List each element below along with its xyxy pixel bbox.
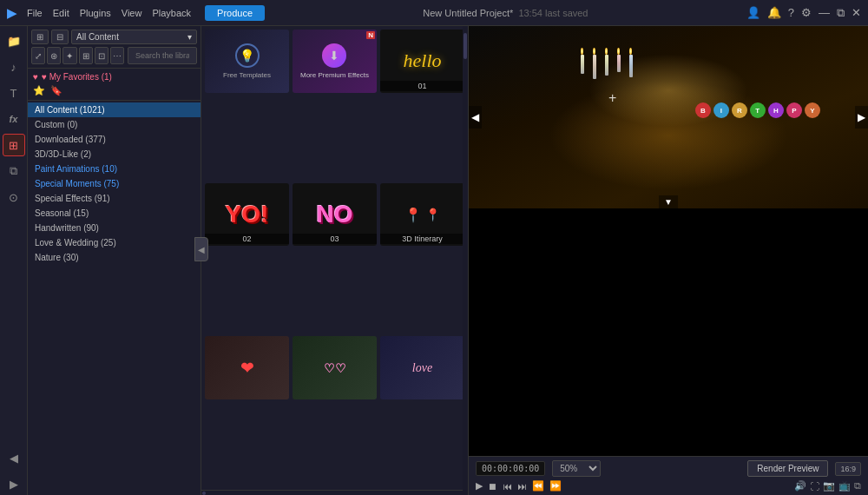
library-toolbar: ⊞ ⊟ All Content ▾ ⤢ ⊛ ✦ ⊞ ⊡ ⋯ bbox=[28, 26, 201, 69]
stop-button[interactable]: ⏹ bbox=[488, 481, 497, 492]
crosshair-icon: + bbox=[608, 90, 616, 106]
category-3d[interactable]: 3D/3D-Like (2) bbox=[28, 147, 201, 162]
category-special-moments[interactable]: Special Moments (75) bbox=[28, 176, 201, 191]
candle-5 bbox=[629, 48, 633, 79]
sidebar-icon-text[interactable]: T bbox=[3, 82, 25, 104]
sidebar-icon-collapse[interactable]: ◀ bbox=[3, 446, 25, 469]
grid-item-free-templates[interactable]: 💡 Free Templates bbox=[205, 30, 289, 93]
lib-icon-2[interactable]: ⊛ bbox=[47, 47, 61, 64]
fav-icon-bookmark[interactable]: 🔖 bbox=[50, 85, 62, 96]
prev-frame-button[interactable]: ⏮ bbox=[503, 481, 512, 492]
lib-icon-3[interactable]: ✦ bbox=[62, 47, 76, 64]
playback-row: ▶ ⏹ ⏮ ⏭ ⏪ ⏩ 🔊 ⛶ 📷 📺 ⧉ bbox=[476, 480, 861, 492]
flame-4 bbox=[617, 48, 620, 55]
lightbulb-icon: 💡 bbox=[235, 43, 260, 68]
flame-3 bbox=[605, 48, 608, 55]
close-icon[interactable]: ✕ bbox=[852, 6, 861, 19]
grid-item-01[interactable]: hello 01 bbox=[380, 30, 464, 93]
menu-file[interactable]: File bbox=[27, 8, 43, 18]
sidebar-icon-stickers[interactable]: ⊞ bbox=[3, 134, 25, 156]
grid-view-button[interactable]: ⊟ bbox=[51, 30, 69, 44]
main-layout: 📁 ♪ T fx ⊞ ⧉ ⊙ ◀ ▶ ⊞ ⊟ All C bbox=[0, 26, 868, 495]
snapshot-icon[interactable]: 📷 bbox=[823, 480, 835, 492]
scroll-thumb[interactable] bbox=[464, 33, 467, 59]
sidebar-icon-media[interactable]: 📁 bbox=[3, 30, 25, 52]
category-paint[interactable]: Paint Animations (10) bbox=[28, 162, 201, 176]
volume-icon[interactable]: 🔊 bbox=[794, 480, 806, 492]
search-input[interactable] bbox=[128, 47, 197, 64]
grid-item-03[interactable]: NO 03 bbox=[293, 183, 377, 247]
grid-item-02[interactable]: YO! 02 bbox=[205, 183, 289, 247]
settings-icon[interactable]: ⚙ bbox=[801, 6, 812, 19]
pip-icon[interactable]: ⧉ bbox=[854, 480, 861, 492]
aspect-ratio-badge: 16:9 bbox=[835, 462, 861, 476]
dropdown-arrow: ▾ bbox=[187, 32, 192, 42]
lib-icon-5[interactable]: ⊡ bbox=[95, 47, 108, 64]
help-icon[interactable]: ? bbox=[788, 6, 794, 19]
bell-icon[interactable]: 🔔 bbox=[767, 6, 781, 19]
title-bar: ▶ File Edit Plugins View Playback Produc… bbox=[0, 0, 868, 26]
preview-bottom-arrow[interactable]: ▼ bbox=[659, 195, 678, 208]
category-nature[interactable]: Nature (30) bbox=[28, 250, 201, 265]
lib-icon-1[interactable]: ⤢ bbox=[31, 47, 45, 64]
restore-icon[interactable]: ⧉ bbox=[837, 6, 845, 20]
candle-2 bbox=[593, 48, 596, 79]
render-preview-button[interactable]: Render Preview bbox=[747, 460, 828, 477]
preview-scene: B I R T H P Y + ◀ ▶ ▼ bbox=[469, 26, 868, 208]
preview-left-arrow[interactable]: ◀ bbox=[469, 106, 482, 129]
birthday-letters: B I R T H P Y bbox=[695, 102, 820, 118]
favorites-section: ♥ ♥ My Favorites (1) ⭐ 🔖 bbox=[28, 69, 201, 101]
menu-playback[interactable]: Playback bbox=[152, 8, 191, 18]
app-logo: ▶ bbox=[7, 6, 16, 20]
flame-2 bbox=[593, 48, 595, 55]
grid-item-row3b[interactable]: ♡♡ bbox=[293, 336, 377, 399]
lib-icon-6[interactable]: ⋯ bbox=[110, 47, 124, 64]
category-list: All Content (1021) Custom (0) Downloaded… bbox=[28, 101, 201, 495]
category-custom[interactable]: Custom (0) bbox=[28, 117, 201, 132]
candle-body-4 bbox=[617, 55, 621, 72]
fullscreen-icon[interactable]: ⛶ bbox=[810, 481, 819, 492]
fav-icon-star[interactable]: ⭐ bbox=[33, 85, 45, 96]
zoom-select[interactable]: 50% 100% 75% 25% bbox=[552, 460, 601, 477]
category-all-content[interactable]: All Content (1021) bbox=[28, 102, 201, 117]
h-scroll-thumb[interactable] bbox=[202, 492, 206, 495]
location-pin-icon: 📍 bbox=[404, 207, 422, 223]
sidebar-icon-music[interactable]: ♪ bbox=[3, 56, 25, 78]
menu-plugins[interactable]: Plugins bbox=[80, 8, 111, 18]
account-icon[interactable]: 👤 bbox=[746, 6, 760, 19]
candle-4 bbox=[617, 48, 621, 79]
grid-item-premium[interactable]: N ⬇ More Premium Effects bbox=[293, 30, 377, 93]
grid-item-3d-itinerary[interactable]: 📍 📍 3D Itinerary bbox=[380, 183, 464, 247]
panel-collapse-button[interactable]: ◀ bbox=[194, 237, 208, 261]
category-seasonal[interactable]: Seasonal (15) bbox=[28, 206, 201, 221]
sidebar-icon-effects[interactable]: fx bbox=[3, 108, 25, 130]
minimize-icon[interactable]: — bbox=[819, 6, 830, 19]
category-love-wedding[interactable]: Love & Wedding (25) bbox=[28, 235, 201, 250]
no-text: NO bbox=[317, 201, 353, 228]
category-handwritten[interactable]: Handwritten (90) bbox=[28, 221, 201, 235]
category-downloaded[interactable]: Downloaded (377) bbox=[28, 132, 201, 147]
candle-body-5 bbox=[629, 55, 633, 77]
menu-edit[interactable]: Edit bbox=[53, 8, 69, 18]
h-scroll-bar[interactable] bbox=[201, 490, 468, 495]
cast-icon[interactable]: 📺 bbox=[838, 480, 851, 492]
grid-item-row3a[interactable]: ❤ bbox=[205, 336, 289, 399]
play-button[interactable]: ▶ bbox=[476, 480, 483, 492]
produce-button[interactable]: Produce bbox=[205, 5, 265, 21]
import-button[interactable]: ⊞ bbox=[31, 30, 49, 44]
sidebar-icon-expand[interactable]: ▶ bbox=[3, 472, 25, 495]
preview-right-arrow[interactable]: ▶ bbox=[855, 106, 868, 129]
fast-forward-button[interactable]: ⏩ bbox=[549, 480, 562, 492]
category-special-effects[interactable]: Special Effects (91) bbox=[28, 191, 201, 206]
letter-p: P bbox=[786, 102, 802, 118]
next-frame-button[interactable]: ⏭ bbox=[517, 481, 527, 492]
lib-icon-4[interactable]: ⊞ bbox=[79, 47, 93, 64]
grid-item-row3c[interactable]: love bbox=[380, 336, 464, 399]
content-dropdown[interactable]: All Content ▾ bbox=[71, 30, 197, 44]
menu-view[interactable]: View bbox=[122, 8, 142, 18]
sidebar-icon-overlay[interactable]: ⊙ bbox=[3, 186, 25, 208]
rewind-button[interactable]: ⏪ bbox=[532, 480, 544, 492]
content-grid: 💡 Free Templates N ⬇ More Premium Effect… bbox=[201, 26, 468, 490]
sidebar-icon-transitions[interactable]: ⧉ bbox=[3, 160, 25, 182]
music-icon: ♪ bbox=[10, 61, 16, 74]
